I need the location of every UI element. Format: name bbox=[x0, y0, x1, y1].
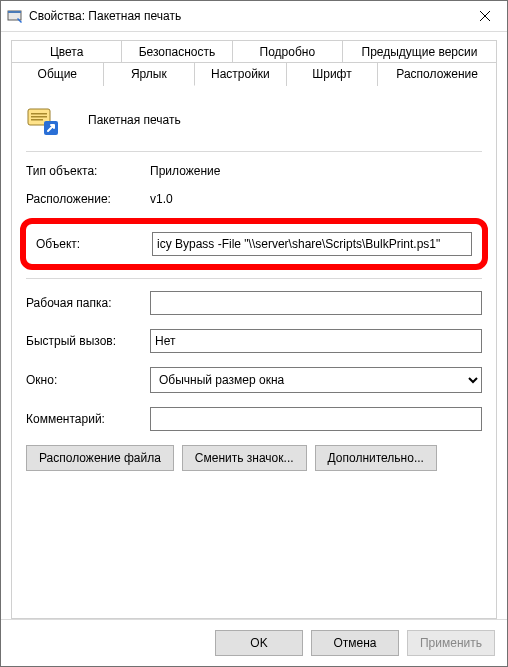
tab-shortcut[interactable]: Ярлык bbox=[104, 62, 196, 86]
ok-button[interactable]: OK bbox=[215, 630, 303, 656]
label-hotkey: Быстрый вызов: bbox=[26, 334, 150, 348]
input-target[interactable] bbox=[152, 232, 472, 256]
close-icon bbox=[480, 11, 490, 21]
advanced-button[interactable]: Дополнительно... bbox=[315, 445, 437, 471]
dialog-footer: OK Отмена Применить bbox=[1, 619, 507, 666]
tab-row-lower: Общие Ярлык Настройки Шрифт Расположение bbox=[11, 62, 497, 86]
tab-font[interactable]: Шрифт bbox=[287, 62, 379, 86]
separator bbox=[26, 151, 482, 152]
titlebar: Свойства: Пакетная печать bbox=[1, 1, 507, 32]
label-run: Окно: bbox=[26, 373, 150, 387]
svg-rect-3 bbox=[31, 113, 47, 115]
open-file-location-button[interactable]: Расположение файла bbox=[26, 445, 174, 471]
row-target-location: Расположение: v1.0 bbox=[26, 192, 482, 206]
tab-security[interactable]: Безопасность bbox=[122, 40, 232, 63]
input-hotkey[interactable] bbox=[150, 329, 482, 353]
label-target: Объект: bbox=[36, 237, 152, 251]
label-start-in: Рабочая папка: bbox=[26, 296, 150, 310]
select-run[interactable]: Обычный размер окна bbox=[150, 367, 482, 393]
value-target-type: Приложение bbox=[150, 164, 220, 178]
tab-previous-versions[interactable]: Предыдущие версии bbox=[343, 40, 497, 63]
tab-pane-shortcut: Пакетная печать Тип объекта: Приложение … bbox=[11, 85, 497, 619]
row-target: Объект: bbox=[36, 232, 472, 256]
dialog-body: Цвета Безопасность Подробно Предыдущие в… bbox=[1, 32, 507, 619]
row-run: Окно: Обычный размер окна bbox=[26, 367, 482, 393]
shortcut-button-row: Расположение файла Сменить значок... Доп… bbox=[26, 445, 482, 471]
row-hotkey: Быстрый вызов: bbox=[26, 329, 482, 353]
shortcut-icon bbox=[26, 103, 60, 137]
row-start-in: Рабочая папка: bbox=[26, 291, 482, 315]
shortcut-name: Пакетная печать bbox=[88, 113, 181, 127]
separator bbox=[26, 278, 482, 279]
tab-colors[interactable]: Цвета bbox=[11, 40, 122, 63]
label-target-location: Расположение: bbox=[26, 192, 150, 206]
change-icon-button[interactable]: Сменить значок... bbox=[182, 445, 307, 471]
row-target-type: Тип объекта: Приложение bbox=[26, 164, 482, 178]
properties-dialog: Свойства: Пакетная печать Цвета Безопасн… bbox=[0, 0, 508, 667]
highlight-target-row: Объект: bbox=[20, 218, 488, 270]
shortcut-header: Пакетная печать bbox=[26, 99, 482, 151]
tab-row-upper: Цвета Безопасность Подробно Предыдущие в… bbox=[11, 40, 497, 63]
window-close-button[interactable] bbox=[462, 2, 507, 31]
row-comment: Комментарий: bbox=[26, 407, 482, 431]
value-target-location: v1.0 bbox=[150, 192, 173, 206]
label-target-type: Тип объекта: bbox=[26, 164, 150, 178]
tab-general[interactable]: Общие bbox=[11, 62, 104, 86]
tab-details[interactable]: Подробно bbox=[233, 40, 343, 63]
window-icon bbox=[7, 8, 23, 24]
apply-button[interactable]: Применить bbox=[407, 630, 495, 656]
cancel-button[interactable]: Отмена bbox=[311, 630, 399, 656]
svg-rect-1 bbox=[8, 11, 21, 13]
input-comment[interactable] bbox=[150, 407, 482, 431]
tab-layout[interactable]: Расположение bbox=[378, 62, 497, 86]
label-comment: Комментарий: bbox=[26, 412, 150, 426]
tab-strip: Цвета Безопасность Подробно Предыдущие в… bbox=[11, 40, 497, 86]
window-title: Свойства: Пакетная печать bbox=[29, 9, 462, 23]
tab-settings[interactable]: Настройки bbox=[195, 62, 287, 86]
input-start-in[interactable] bbox=[150, 291, 482, 315]
svg-rect-4 bbox=[31, 116, 47, 118]
svg-rect-5 bbox=[31, 119, 43, 121]
